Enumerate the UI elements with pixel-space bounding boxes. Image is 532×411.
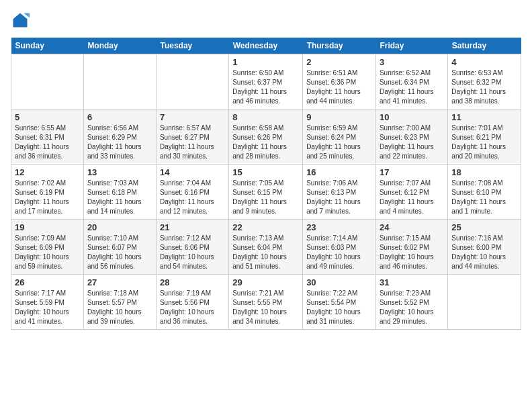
day-info: Sunrise: 7:17 AM Sunset: 5:59 PM Dayligh…: [15, 289, 80, 326]
day-info: Sunrise: 6:59 AM Sunset: 6:24 PM Dayligh…: [306, 124, 372, 161]
day-number: 28: [160, 277, 225, 287]
calendar-cell: 19Sunrise: 7:09 AM Sunset: 6:09 PM Dayli…: [11, 220, 84, 275]
calendar-cell: 17Sunrise: 7:07 AM Sunset: 6:12 PM Dayli…: [375, 165, 447, 220]
day-info: Sunrise: 7:21 AM Sunset: 5:55 PM Dayligh…: [232, 289, 299, 326]
calendar-cell: 12Sunrise: 7:02 AM Sunset: 6:19 PM Dayli…: [11, 165, 84, 220]
day-number: 14: [160, 167, 225, 177]
day-info: Sunrise: 6:58 AM Sunset: 6:26 PM Dayligh…: [232, 124, 299, 161]
day-info: Sunrise: 7:05 AM Sunset: 6:15 PM Dayligh…: [232, 179, 299, 216]
day-number: 7: [160, 112, 225, 122]
calendar-cell: 22Sunrise: 7:13 AM Sunset: 6:04 PM Dayli…: [229, 220, 303, 275]
day-info: Sunrise: 6:51 AM Sunset: 6:36 PM Dayligh…: [306, 68, 372, 106]
day-info: Sunrise: 7:04 AM Sunset: 6:16 PM Dayligh…: [160, 179, 225, 216]
day-number: 24: [380, 222, 444, 232]
day-number: 15: [232, 167, 299, 177]
day-info: Sunrise: 7:19 AM Sunset: 5:56 PM Dayligh…: [160, 289, 225, 326]
day-info: Sunrise: 6:55 AM Sunset: 6:31 PM Dayligh…: [15, 124, 80, 161]
calendar-cell: 7Sunrise: 6:57 AM Sunset: 6:27 PM Daylig…: [156, 109, 228, 165]
day-number: 2: [306, 57, 372, 67]
calendar-cell: 30Sunrise: 7:22 AM Sunset: 5:54 PM Dayli…: [303, 275, 376, 330]
day-number: 6: [87, 112, 152, 122]
page: SundayMondayTuesdayWednesdayThursdayFrid…: [0, 0, 532, 411]
header: [11, 11, 521, 30]
day-info: Sunrise: 7:22 AM Sunset: 5:54 PM Dayligh…: [306, 289, 372, 326]
day-info: Sunrise: 6:52 AM Sunset: 6:34 PM Dayligh…: [380, 68, 444, 106]
day-info: Sunrise: 7:16 AM Sunset: 6:00 PM Dayligh…: [451, 234, 517, 271]
calendar-cell: 5Sunrise: 6:55 AM Sunset: 6:31 PM Daylig…: [11, 109, 84, 165]
calendar-day-header: Wednesday: [229, 38, 303, 54]
day-number: 20: [87, 222, 152, 232]
day-number: 13: [87, 167, 152, 177]
calendar-cell: 23Sunrise: 7:14 AM Sunset: 6:03 PM Dayli…: [303, 220, 376, 275]
day-info: Sunrise: 6:56 AM Sunset: 6:29 PM Dayligh…: [87, 124, 152, 161]
calendar-day-header: Thursday: [303, 38, 376, 54]
day-number: 3: [380, 57, 444, 67]
calendar-week-row: 26Sunrise: 7:17 AM Sunset: 5:59 PM Dayli…: [11, 275, 521, 330]
day-number: 26: [15, 277, 80, 287]
calendar-day-header: Tuesday: [156, 38, 228, 54]
calendar-cell: 29Sunrise: 7:21 AM Sunset: 5:55 PM Dayli…: [229, 275, 303, 330]
calendar-cell: 11Sunrise: 7:01 AM Sunset: 6:21 PM Dayli…: [448, 109, 521, 165]
calendar-cell: 1Sunrise: 6:50 AM Sunset: 6:37 PM Daylig…: [229, 54, 303, 109]
day-number: 1: [232, 57, 299, 67]
calendar-week-row: 12Sunrise: 7:02 AM Sunset: 6:19 PM Dayli…: [11, 165, 521, 220]
calendar-cell: 8Sunrise: 6:58 AM Sunset: 6:26 PM Daylig…: [229, 109, 303, 165]
day-info: Sunrise: 7:03 AM Sunset: 6:18 PM Dayligh…: [87, 179, 152, 216]
day-info: Sunrise: 7:10 AM Sunset: 6:07 PM Dayligh…: [87, 234, 152, 271]
day-info: Sunrise: 6:53 AM Sunset: 6:32 PM Dayligh…: [451, 68, 517, 106]
day-info: Sunrise: 7:09 AM Sunset: 6:09 PM Dayligh…: [15, 234, 80, 271]
calendar-cell: 6Sunrise: 6:56 AM Sunset: 6:29 PM Daylig…: [83, 109, 156, 165]
calendar-cell: 28Sunrise: 7:19 AM Sunset: 5:56 PM Dayli…: [156, 275, 228, 330]
day-number: 23: [306, 222, 372, 232]
calendar-day-header: Friday: [375, 38, 447, 54]
day-number: 25: [451, 222, 517, 232]
calendar-cell: 4Sunrise: 6:53 AM Sunset: 6:32 PM Daylig…: [448, 54, 521, 109]
calendar-cell: 20Sunrise: 7:10 AM Sunset: 6:07 PM Dayli…: [83, 220, 156, 275]
day-number: 10: [380, 112, 444, 122]
calendar-cell: 3Sunrise: 6:52 AM Sunset: 6:34 PM Daylig…: [375, 54, 447, 109]
calendar-cell: 13Sunrise: 7:03 AM Sunset: 6:18 PM Dayli…: [83, 165, 156, 220]
day-number: 12: [15, 167, 80, 177]
day-number: 27: [87, 277, 152, 287]
calendar-day-header: Sunday: [11, 38, 84, 54]
day-info: Sunrise: 6:50 AM Sunset: 6:37 PM Dayligh…: [232, 68, 299, 106]
calendar-cell: 9Sunrise: 6:59 AM Sunset: 6:24 PM Daylig…: [303, 109, 376, 165]
day-info: Sunrise: 7:12 AM Sunset: 6:06 PM Dayligh…: [160, 234, 225, 271]
calendar-header-row: SundayMondayTuesdayWednesdayThursdayFrid…: [11, 38, 521, 54]
day-number: 9: [306, 112, 372, 122]
day-number: 8: [232, 112, 299, 122]
calendar-cell: 26Sunrise: 7:17 AM Sunset: 5:59 PM Dayli…: [11, 275, 84, 330]
svg-marker-0: [13, 13, 28, 28]
day-number: 18: [451, 167, 517, 177]
day-info: Sunrise: 7:06 AM Sunset: 6:13 PM Dayligh…: [306, 179, 372, 216]
day-info: Sunrise: 7:02 AM Sunset: 6:19 PM Dayligh…: [15, 179, 80, 216]
day-number: 31: [380, 277, 444, 287]
day-number: 19: [15, 222, 80, 232]
calendar-cell: [83, 54, 156, 109]
day-number: 22: [232, 222, 299, 232]
day-info: Sunrise: 7:14 AM Sunset: 6:03 PM Dayligh…: [306, 234, 372, 271]
calendar-cell: 18Sunrise: 7:08 AM Sunset: 6:10 PM Dayli…: [448, 165, 521, 220]
calendar-cell: 10Sunrise: 7:00 AM Sunset: 6:23 PM Dayli…: [375, 109, 447, 165]
day-number: 16: [306, 167, 372, 177]
day-info: Sunrise: 7:23 AM Sunset: 5:52 PM Dayligh…: [380, 289, 444, 326]
day-info: Sunrise: 7:01 AM Sunset: 6:21 PM Dayligh…: [451, 124, 517, 161]
day-info: Sunrise: 6:57 AM Sunset: 6:27 PM Dayligh…: [160, 124, 225, 161]
calendar-cell: 24Sunrise: 7:15 AM Sunset: 6:02 PM Dayli…: [375, 220, 447, 275]
calendar-day-header: Saturday: [448, 38, 521, 54]
calendar-cell: [11, 54, 84, 109]
day-info: Sunrise: 7:08 AM Sunset: 6:10 PM Dayligh…: [451, 179, 517, 216]
day-number: 4: [451, 57, 517, 67]
calendar-cell: 2Sunrise: 6:51 AM Sunset: 6:36 PM Daylig…: [303, 54, 376, 109]
day-info: Sunrise: 7:07 AM Sunset: 6:12 PM Dayligh…: [380, 179, 444, 216]
day-number: 17: [380, 167, 444, 177]
day-info: Sunrise: 7:00 AM Sunset: 6:23 PM Dayligh…: [380, 124, 444, 161]
calendar-table: SundayMondayTuesdayWednesdayThursdayFrid…: [11, 38, 521, 330]
day-number: 21: [160, 222, 225, 232]
calendar-cell: 14Sunrise: 7:04 AM Sunset: 6:16 PM Dayli…: [156, 165, 228, 220]
calendar-week-row: 1Sunrise: 6:50 AM Sunset: 6:37 PM Daylig…: [11, 54, 521, 109]
day-info: Sunrise: 7:18 AM Sunset: 5:57 PM Dayligh…: [87, 289, 152, 326]
calendar-cell: 21Sunrise: 7:12 AM Sunset: 6:06 PM Dayli…: [156, 220, 228, 275]
day-info: Sunrise: 7:13 AM Sunset: 6:04 PM Dayligh…: [232, 234, 299, 271]
calendar-week-row: 19Sunrise: 7:09 AM Sunset: 6:09 PM Dayli…: [11, 220, 521, 275]
